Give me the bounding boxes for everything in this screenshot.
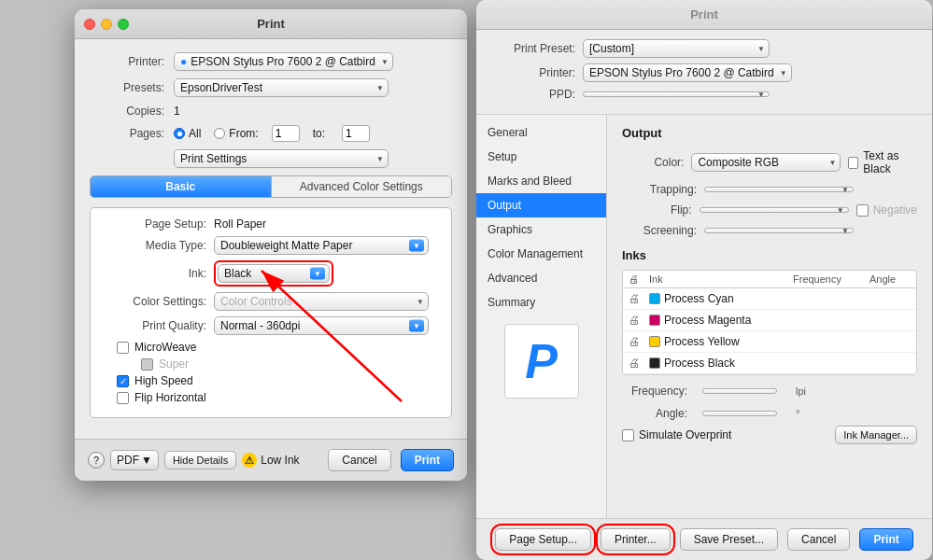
ink-manager-button[interactable]: Ink Manager... <box>835 426 917 444</box>
presets-select[interactable]: EpsonDriverTest ▼ <box>174 78 389 97</box>
screening-label: Screening: <box>622 224 697 237</box>
ink-angle-col-header: Angle <box>855 273 911 285</box>
print-settings-select[interactable]: Print Settings ▼ <box>174 149 389 168</box>
angle-unit: ° <box>796 408 799 419</box>
ink-row: Ink: Black ▼ <box>104 260 438 287</box>
right-content-area: General Setup Marks and Bleed Output Gra… <box>476 115 932 518</box>
left-print-button[interactable]: Print <box>401 449 454 471</box>
color-settings-arrow: ▼ <box>417 298 424 306</box>
magenta-ink-name: Process Magenta <box>649 314 780 327</box>
traffic-lights <box>84 19 129 30</box>
flip-row: Flip: ▼ Negative <box>622 203 917 217</box>
negative-checkbox[interactable] <box>856 204 869 217</box>
flip-horizontal-checkbox[interactable] <box>117 392 129 404</box>
left-cancel-button[interactable]: Cancel <box>328 449 390 471</box>
bottom-right-group: Cancel Print <box>328 449 454 471</box>
nav-general[interactable]: General <box>476 120 606 145</box>
print-preset-select[interactable]: [Custom] ▼ <box>583 39 770 58</box>
nav-setup[interactable]: Setup <box>476 145 606 169</box>
seg-advanced-btn[interactable]: Advanced Color Settings <box>272 176 452 197</box>
copies-value: 1 <box>174 105 180 118</box>
print-preset-row: Print Preset: [Custom] ▼ <box>491 39 917 58</box>
media-type-select[interactable]: Doubleweight Matte Paper ▼ <box>214 236 429 255</box>
bottom-left-group: ? PDF ▼ Hide Details ⚠ Low Ink <box>88 450 300 470</box>
frequency-input[interactable] <box>702 388 777 394</box>
save-preset-button[interactable]: Save Preset... <box>680 528 778 551</box>
color-label: Color: <box>622 156 684 169</box>
maximize-button[interactable] <box>118 19 129 30</box>
angle-input[interactable] <box>702 411 777 416</box>
color-select[interactable]: Composite RGB ▼ <box>691 153 841 172</box>
warning-icon: ⚠ <box>242 453 257 468</box>
print-quality-select[interactable]: Normal - 360dpi ▼ <box>214 316 429 335</box>
nav-advanced[interactable]: Advanced <box>476 266 606 290</box>
right-cancel-button[interactable]: Cancel <box>787 528 850 551</box>
left-dialog-body: Printer: ● EPSON Stylus Pro 7600 2 @ Cat… <box>75 39 467 439</box>
ink-row-cyan: 🖨 Process Cyan <box>623 288 916 310</box>
text-as-black-row: Text as Black <box>848 149 917 175</box>
printer-select[interactable]: ● EPSON Stylus Pro 7600 2 @ Catbird ▼ <box>174 52 393 71</box>
ink-select[interactable]: Black ▼ <box>218 264 330 283</box>
left-nav: General Setup Marks and Bleed Output Gra… <box>476 115 607 518</box>
pages-row: Pages: All From: to: <box>90 125 452 142</box>
trapping-select[interactable]: ▼ <box>704 187 854 192</box>
right-printer-select[interactable]: EPSON Stylus Pro 7600 2 @ Catbird ▼ <box>583 63 792 82</box>
printer-select-arrow: ▼ <box>381 58 389 66</box>
nav-marks-bleed[interactable]: Marks and Bleed <box>476 169 606 193</box>
segment-control: Basic Advanced Color Settings <box>90 175 452 198</box>
print-quality-arrow: ▼ <box>409 320 424 332</box>
left-bottom-bar: ? PDF ▼ Hide Details ⚠ Low Ink Cancel Pr… <box>75 439 467 481</box>
ppd-select[interactable]: ▼ <box>583 91 770 97</box>
radio-from-empty <box>214 128 225 139</box>
pages-from-input[interactable] <box>272 125 300 142</box>
pdf-button[interactable]: PDF ▼ <box>110 450 159 470</box>
microweave-checkbox[interactable] <box>117 342 129 354</box>
high-speed-checkbox[interactable]: ✓ <box>117 375 129 387</box>
low-ink-group: ⚠ Low Ink <box>242 453 299 468</box>
nav-output[interactable]: Output <box>476 193 606 217</box>
pages-to-input[interactable] <box>342 125 370 142</box>
minimize-button[interactable] <box>101 19 112 30</box>
trapping-row: Trapping: ▼ <box>622 183 917 196</box>
nav-graphics[interactable]: Graphics <box>476 217 606 242</box>
pages-all-radio[interactable]: All <box>174 127 201 140</box>
printer-button[interactable]: Printer... <box>601 528 671 551</box>
color-settings-select[interactable]: Color Controls ▼ <box>214 292 429 311</box>
hide-details-button[interactable]: Hide Details <box>164 451 236 469</box>
nav-summary[interactable]: Summary <box>476 290 606 315</box>
microweave-row: MicroWeave <box>117 341 438 354</box>
ink-row-magenta: 🖨 Process Magenta <box>623 310 916 331</box>
ppd-arrow: ▼ <box>757 91 765 99</box>
copies-row: Copies: 1 <box>90 105 452 118</box>
right-top-section: Print Preset: [Custom] ▼ Printer: EPSON … <box>476 30 932 115</box>
black-swatch <box>649 357 660 369</box>
simulate-overprint-group: Simulate Overprint <box>622 428 731 441</box>
color-settings-label: Color Settings: <box>104 295 206 308</box>
copies-label: Copies: <box>90 105 164 118</box>
nav-color-management[interactable]: Color Management <box>476 242 606 266</box>
screening-select[interactable]: ▼ <box>704 228 854 233</box>
page-setup-wrapper: Page Setup... <box>495 528 591 551</box>
flip-select[interactable]: ▼ <box>700 207 849 213</box>
freq-angle-row: Frequency: lpi <box>622 385 917 398</box>
right-print-button[interactable]: Print <box>859 528 912 551</box>
frequency-label: Frequency: <box>622 385 687 398</box>
angle-row: Angle: ° <box>622 407 917 420</box>
color-row: Color: Composite RGB ▼ Text as Black <box>622 149 917 175</box>
page-setup-button[interactable]: Page Setup... <box>495 528 591 551</box>
flip-horizontal-row: Flip Horizontal <box>117 391 438 404</box>
super-checkbox[interactable] <box>141 358 153 371</box>
help-button[interactable]: ? <box>88 452 105 469</box>
black-ink-name: Process Black <box>649 357 780 370</box>
close-button[interactable] <box>84 19 95 30</box>
simulate-overprint-checkbox[interactable] <box>622 429 634 441</box>
inks-table: 🖨 Ink Frequency Angle 🖨 Process Cyan <box>622 270 917 375</box>
pages-from-radio[interactable]: From: <box>214 127 258 140</box>
seg-basic-btn[interactable]: Basic <box>91 176 272 197</box>
screening-arrow: ▼ <box>841 227 849 235</box>
print-preset-label: Print Preset: <box>491 42 575 55</box>
media-type-row: Media Type: Doubleweight Matte Paper ▼ <box>104 236 438 255</box>
page-setup-value: Roll Paper <box>214 217 266 231</box>
preview-letter: P <box>525 333 558 389</box>
text-as-black-checkbox[interactable] <box>848 157 858 169</box>
